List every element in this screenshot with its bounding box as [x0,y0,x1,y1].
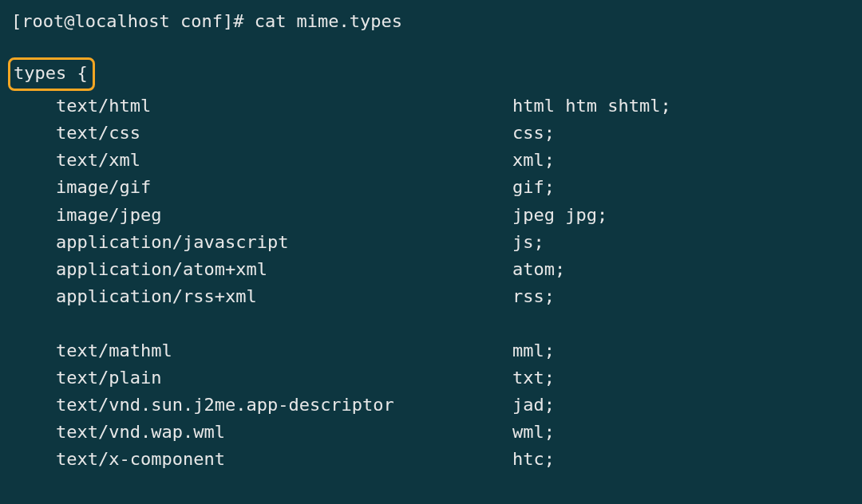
mime-extensions: gif; [512,174,851,201]
shell-prompt-text: [root@localhost conf]# cat mime.types [11,11,402,31]
mime-type: application/atom+xml [56,256,512,283]
mime-extensions: xml; [512,147,851,174]
mime-extensions: jpeg jpg; [512,202,851,229]
mime-type: image/jpeg [56,202,512,229]
mime-extensions: jad; [512,392,851,419]
mime-row: text/mathmlmml; [56,337,851,364]
mime-extensions: htc; [512,446,851,473]
mime-row: application/atom+xmlatom; [56,256,851,283]
mime-row: text/vnd.wap.wmlwml; [56,419,851,446]
mime-type: text/mathml [56,337,512,364]
mime-list-group-2: text/mathmlmml;text/plaintxt;text/vnd.su… [11,337,851,473]
mime-type: text/css [56,120,512,147]
types-block-open: types { [11,57,851,93]
mime-type: text/vnd.wap.wml [56,419,512,446]
mime-type: image/gif [56,174,512,201]
mime-list-group-1: text/htmlhtml htm shtml;text/csscss;text… [11,93,851,310]
shell-prompt-line: [root@localhost conf]# cat mime.types [11,8,851,35]
mime-row: text/x-componenthtc; [56,446,851,473]
mime-type: text/x-component [56,446,512,473]
mime-row: text/vnd.sun.j2me.app-descriptorjad; [56,392,851,419]
mime-extensions: rss; [512,283,851,310]
mime-type: text/vnd.sun.j2me.app-descriptor [56,392,512,419]
mime-type: text/xml [56,147,512,174]
blank-line [11,310,851,337]
mime-type: text/html [56,93,512,120]
mime-type: application/rss+xml [56,283,512,310]
mime-extensions: atom; [512,256,851,283]
mime-extensions: mml; [512,337,851,364]
mime-extensions: html htm shtml; [512,93,851,120]
mime-row: application/rss+xmlrss; [56,283,851,310]
mime-extensions: wml; [512,419,851,446]
mime-extensions: txt; [512,364,851,392]
mime-row: text/plaintxt; [56,364,851,392]
mime-row: text/csscss; [56,120,851,147]
mime-row: image/jpegjpeg jpg; [56,202,851,229]
mime-row: application/javascriptjs; [56,229,851,256]
mime-row: image/gifgif; [56,174,851,201]
mime-type: text/plain [56,364,512,392]
mime-row: text/xmlxml; [56,147,851,174]
types-keyword-highlight: types { [8,57,95,91]
mime-row: text/htmlhtml htm shtml; [56,93,851,120]
mime-extensions: css; [512,120,851,147]
mime-type: application/javascript [56,229,512,256]
mime-extensions: js; [512,229,851,256]
